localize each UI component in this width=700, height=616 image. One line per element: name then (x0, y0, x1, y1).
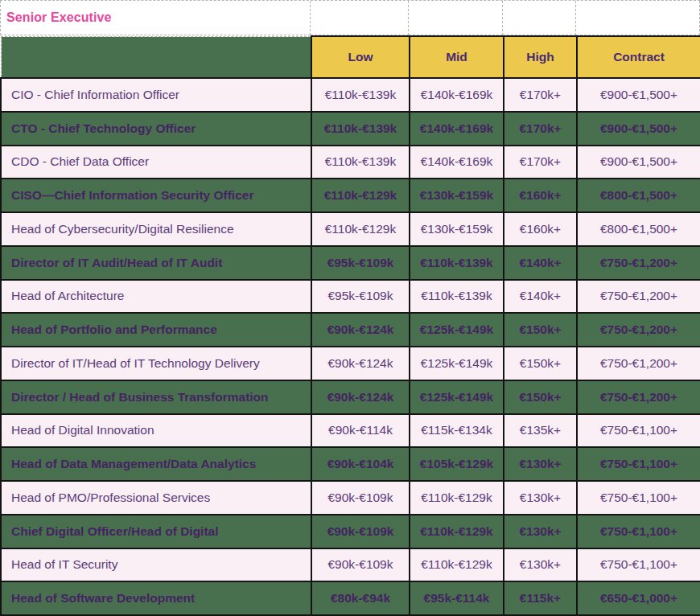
low-cell[interactable]: €110k-€139k (311, 112, 410, 146)
high-cell[interactable]: €170k+ (504, 78, 577, 112)
mid-cell[interactable]: €110k-€129k (410, 481, 504, 515)
role-cell[interactable]: Head of Data Management/Data Analytics (1, 447, 311, 481)
mid-cell[interactable]: €125k-€149k (410, 347, 504, 380)
role-cell[interactable]: Head of PMO/Professional Services (1, 481, 311, 515)
role-cell[interactable]: Director / Head of Business Transformati… (1, 380, 311, 414)
contract-cell[interactable]: €750-€1,200+ (577, 280, 700, 314)
contract-cell[interactable]: €750-€1,100+ (577, 515, 700, 548)
role-cell[interactable]: Head of Software Development (1, 581, 311, 615)
low-cell[interactable]: €90k-€124k (311, 347, 410, 380)
low-cell[interactable]: €90k-€114k (311, 414, 410, 448)
contract-cell[interactable]: €750-€1,200+ (577, 313, 700, 347)
contract-cell[interactable]: €750-€1,100+ (577, 414, 700, 448)
high-cell[interactable]: €170k+ (504, 112, 577, 146)
mid-cell[interactable]: €125k-€149k (410, 313, 504, 347)
column-header-contract[interactable]: Contract (577, 36, 700, 78)
high-cell[interactable]: €140k+ (504, 280, 577, 314)
mid-cell[interactable]: €125k-€149k (410, 380, 504, 414)
mid-cell[interactable]: €110k-€139k (410, 246, 504, 280)
empty-grid-cell[interactable] (311, 1, 409, 35)
high-cell[interactable]: €130k+ (504, 515, 577, 548)
role-cell[interactable]: Chief Digital Officer/Head of Digital (1, 515, 311, 548)
role-cell[interactable]: Head of IT Security (1, 548, 311, 582)
high-cell[interactable]: €160k+ (504, 212, 577, 246)
contract-cell[interactable]: €900-€1,500+ (577, 112, 700, 146)
low-cell[interactable]: €80k-€94k (311, 581, 410, 615)
table-row: CDO - Chief Data Officer €110k-€139k €14… (1, 146, 700, 179)
mid-cell[interactable]: €110k-€129k (410, 515, 504, 548)
low-cell[interactable]: €90k-€124k (311, 380, 410, 414)
high-cell[interactable]: €160k+ (504, 179, 577, 212)
title-cell[interactable]: Senior Executive (0, 1, 311, 35)
mid-cell[interactable]: €115k-€134k (410, 414, 504, 448)
corner-cell[interactable] (1, 36, 311, 78)
mid-cell[interactable]: €140k-€169k (410, 112, 504, 146)
table-body: CIO - Chief Information Officer €110k-€1… (1, 78, 700, 615)
role-cell[interactable]: CISO—Chief Information Security Officer (1, 179, 311, 212)
role-cell[interactable]: Head of Portfolio and Performance (1, 313, 311, 347)
high-cell[interactable]: €130k+ (504, 447, 577, 481)
contract-cell[interactable]: €900-€1,500+ (577, 146, 700, 179)
column-header-low[interactable]: Low (311, 36, 410, 78)
low-cell[interactable]: €110k-€139k (311, 146, 410, 179)
high-cell[interactable]: €150k+ (504, 380, 577, 414)
table-row: CTO - Chief Technology Officer €110k-€13… (1, 112, 700, 146)
contract-cell[interactable]: €750-€1,100+ (577, 548, 700, 582)
role-cell[interactable]: CIO - Chief Information Officer (1, 78, 311, 112)
high-cell[interactable]: €150k+ (504, 313, 577, 347)
mid-cell[interactable]: €110k-€139k (410, 280, 504, 314)
role-cell[interactable]: CDO - Chief Data Officer (1, 146, 311, 179)
low-cell[interactable]: €95k-€109k (311, 246, 410, 280)
low-cell[interactable]: €90k-€109k (311, 515, 410, 548)
role-cell[interactable]: Head of Digital Innovation (1, 414, 311, 448)
mid-cell[interactable]: €130k-€159k (410, 179, 504, 212)
mid-cell[interactable]: €130k-€159k (410, 212, 504, 246)
role-cell[interactable]: Head of Architecture (1, 280, 311, 314)
table-row: CISO—Chief Information Security Officer … (1, 179, 700, 212)
high-cell[interactable]: €135k+ (504, 414, 577, 448)
table-row: Head of Data Management/Data Analytics €… (1, 447, 700, 481)
column-header-high[interactable]: High (504, 36, 577, 78)
mid-cell[interactable]: €105k-€129k (410, 447, 504, 481)
high-cell[interactable]: €150k+ (504, 347, 577, 380)
column-header-mid[interactable]: Mid (410, 36, 504, 78)
role-cell[interactable]: Head of Cybersecurity/Digital Resilience (1, 212, 311, 246)
high-cell[interactable]: €170k+ (504, 146, 577, 179)
empty-grid-cell[interactable] (409, 1, 503, 35)
high-cell[interactable]: €115k+ (504, 581, 577, 615)
mid-cell[interactable]: €95k-€114k (410, 581, 504, 615)
low-cell[interactable]: €90k-€104k (311, 447, 410, 481)
low-cell[interactable]: €110k-€129k (311, 179, 410, 212)
contract-cell[interactable]: €750-€1,100+ (577, 447, 700, 481)
contract-cell[interactable]: €750-€1,200+ (577, 246, 700, 280)
contract-cell[interactable]: €800-€1,500+ (577, 212, 700, 246)
role-cell[interactable]: Director of IT Audit/Head of IT Audit (1, 246, 311, 280)
empty-grid-cell[interactable] (576, 1, 700, 35)
table-row: Director / Head of Business Transformati… (1, 380, 700, 414)
mid-cell[interactable]: €140k-€169k (410, 146, 504, 179)
high-cell[interactable]: €130k+ (504, 548, 577, 582)
contract-cell[interactable]: €750-€1,200+ (577, 347, 700, 380)
low-cell[interactable]: €110k-€139k (311, 78, 410, 112)
high-cell[interactable]: €130k+ (504, 481, 577, 515)
role-cell[interactable]: CTO - Chief Technology Officer (1, 112, 311, 146)
contract-cell[interactable]: €750-€1,200+ (577, 380, 700, 414)
low-cell[interactable]: €90k-€109k (311, 548, 410, 582)
contract-cell[interactable]: €900-€1,500+ (577, 78, 700, 112)
role-cell[interactable]: Director of IT/Head of IT Technology Del… (1, 347, 311, 380)
mid-cell[interactable]: €110k-€129k (410, 548, 504, 582)
low-cell[interactable]: €90k-€109k (311, 481, 410, 515)
low-cell[interactable]: €95k-€109k (311, 280, 410, 314)
low-cell[interactable]: €90k-€124k (311, 313, 410, 347)
table-row: Head of Cybersecurity/Digital Resilience… (1, 212, 700, 246)
contract-cell[interactable]: €800-€1,500+ (577, 179, 700, 212)
contract-cell[interactable]: €750-€1,100+ (577, 481, 700, 515)
contract-cell[interactable]: €650-€1,000+ (577, 581, 700, 615)
mid-cell[interactable]: €140k-€169k (410, 78, 504, 112)
table-row: Head of Software Development €80k-€94k €… (1, 581, 700, 615)
high-cell[interactable]: €140k+ (504, 246, 577, 280)
low-cell[interactable]: €110k-€129k (311, 212, 410, 246)
empty-grid-cell[interactable] (503, 1, 576, 35)
spreadsheet-canvas: Senior Executive Low Mid High Contract C… (0, 0, 700, 616)
salary-table: Low Mid High Contract CIO - Chief Inform… (0, 35, 700, 616)
